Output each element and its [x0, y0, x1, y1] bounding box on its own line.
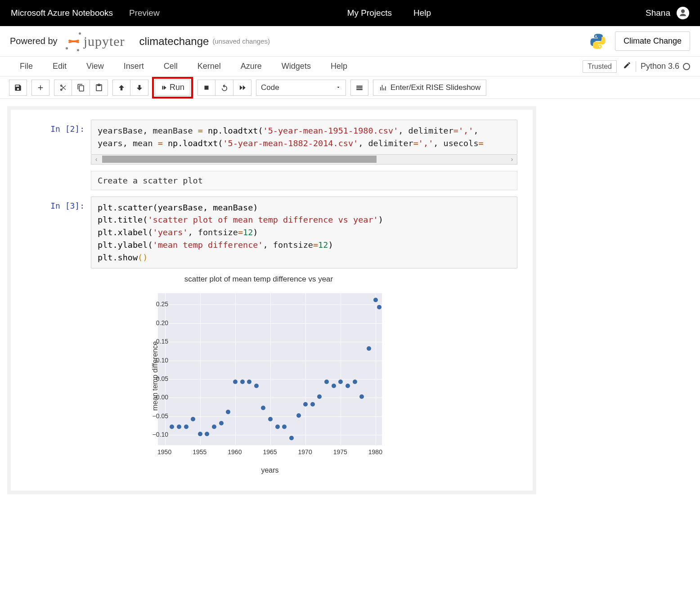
data-point — [212, 425, 216, 429]
y-tick: −0.05 — [141, 412, 168, 420]
data-point — [226, 410, 230, 414]
prompt: In [2]: — [11, 120, 91, 165]
slideshow-button[interactable]: Enter/Exit RISE Slideshow — [373, 80, 486, 96]
unsaved-changes-label: (unsaved changes) — [212, 37, 270, 45]
data-point — [324, 380, 329, 384]
notebook-name[interactable]: climatechange — [139, 35, 209, 48]
data-point — [233, 380, 238, 384]
prompt: In [3]: — [11, 197, 91, 269]
menu-widgets[interactable]: Widgets — [272, 59, 321, 74]
menu-view[interactable]: View — [76, 59, 114, 74]
data-point — [346, 384, 350, 388]
nav-help[interactable]: Help — [413, 8, 431, 18]
data-point — [317, 394, 322, 399]
data-point — [219, 421, 224, 425]
data-point — [268, 417, 273, 421]
jupyter-header: Powered by jupyter climatechange (unsave… — [0, 26, 700, 57]
stop-button[interactable] — [197, 80, 215, 96]
menu-azure[interactable]: Azure — [231, 59, 272, 74]
kernel-indicator[interactable]: Python 3.6 — [641, 62, 690, 71]
chart-icon — [379, 84, 387, 92]
chevron-down-icon — [336, 83, 341, 92]
run-all-button[interactable] — [233, 80, 251, 96]
code-cell[interactable]: In [2]: yearsBase, meanBase = np.loadtxt… — [11, 120, 533, 165]
menu-insert[interactable]: Insert — [114, 59, 154, 74]
edit-icon[interactable] — [623, 61, 631, 72]
data-point — [205, 432, 209, 436]
y-tick: 0.15 — [141, 338, 168, 345]
data-point — [254, 384, 259, 388]
data-point — [282, 425, 287, 429]
code-input[interactable]: yearsBase, meanBase = np.loadtxt('5-year… — [91, 120, 517, 155]
save-button[interactable] — [9, 80, 27, 96]
powered-by-label: Powered by — [10, 36, 58, 46]
data-point — [275, 425, 280, 429]
cut-button[interactable] — [54, 80, 72, 96]
y-tick: −0.10 — [141, 431, 168, 438]
plot-area — [157, 293, 382, 446]
menu-file[interactable]: File — [10, 59, 43, 74]
data-point — [198, 432, 202, 436]
move-down-button[interactable] — [130, 80, 148, 96]
data-point — [191, 417, 195, 421]
y-tick: 0.00 — [141, 393, 168, 401]
paste-button[interactable] — [90, 80, 108, 96]
x-tick: 1980 — [368, 448, 382, 456]
code-cell[interactable]: In [3]: plt.scatter(yearsBase, meanBase)… — [11, 197, 533, 269]
menu-help[interactable]: Help — [321, 59, 357, 74]
chart-title: scatter plot of mean temp difference vs … — [117, 275, 400, 284]
data-point — [377, 305, 381, 309]
x-tick: 1950 — [157, 448, 171, 456]
x-axis-label: years — [157, 466, 382, 474]
data-point — [177, 425, 181, 429]
restart-button[interactable] — [215, 80, 233, 96]
scroll-left-icon[interactable]: ‹ — [91, 156, 101, 163]
scroll-thumb[interactable] — [102, 156, 377, 163]
x-tick: 1975 — [333, 448, 347, 456]
x-tick: 1955 — [193, 448, 206, 456]
horizontal-scrollbar[interactable]: ‹ › — [91, 155, 517, 165]
copy-button[interactable] — [72, 80, 90, 96]
data-point — [373, 298, 378, 302]
data-point — [184, 425, 188, 429]
cell-type-select[interactable]: Code — [256, 80, 346, 96]
menu-cell[interactable]: Cell — [154, 59, 188, 74]
python-logo-icon — [589, 32, 607, 50]
y-tick: 0.05 — [141, 375, 168, 382]
trusted-badge[interactable]: Trusted — [583, 60, 617, 73]
climate-change-button[interactable]: Climate Change — [615, 31, 690, 51]
user-avatar-icon[interactable] — [677, 7, 689, 19]
brand: Microsoft Azure Notebooks — [11, 8, 113, 18]
x-tick: 1960 — [228, 448, 242, 456]
data-point — [310, 402, 315, 407]
nav-my-projects[interactable]: My Projects — [347, 8, 392, 18]
add-cell-button[interactable] — [31, 80, 49, 96]
user-name[interactable]: Shana — [646, 8, 670, 18]
data-point — [359, 394, 364, 399]
scroll-right-icon[interactable]: › — [507, 156, 517, 163]
y-tick: 0.20 — [141, 319, 168, 326]
command-palette-button[interactable] — [350, 80, 368, 96]
data-point — [240, 380, 245, 384]
data-point — [332, 384, 336, 388]
jupyter-logo: jupyter — [64, 31, 125, 51]
data-point — [353, 380, 357, 384]
run-button[interactable]: Run — [155, 80, 190, 96]
markdown-content[interactable]: Create a scatter plot — [91, 171, 517, 190]
data-point — [303, 402, 308, 407]
menu-edit[interactable]: Edit — [43, 59, 76, 74]
notebook-area: In [2]: yearsBase, meanBase = np.loadtxt… — [0, 99, 700, 509]
data-point — [247, 380, 251, 384]
markdown-cell[interactable]: Create a scatter plot — [11, 171, 533, 190]
toolbar: Run Code Enter/Exit RISE Slideshow — [0, 76, 700, 99]
x-tick: 1965 — [263, 448, 277, 456]
code-input[interactable]: plt.scatter(yearsBase, meanBase) plt.tit… — [91, 197, 517, 269]
data-point — [261, 406, 265, 410]
menubar: File Edit View Insert Cell Kernel Azure … — [0, 57, 700, 76]
azure-topbar: Microsoft Azure Notebooks Preview My Pro… — [0, 0, 700, 26]
menu-kernel[interactable]: Kernel — [188, 59, 231, 74]
scatter-plot-output: scatter plot of mean temp difference vs … — [117, 275, 400, 477]
move-up-button[interactable] — [112, 80, 130, 96]
kernel-status-icon — [683, 63, 690, 70]
data-point — [296, 413, 301, 418]
